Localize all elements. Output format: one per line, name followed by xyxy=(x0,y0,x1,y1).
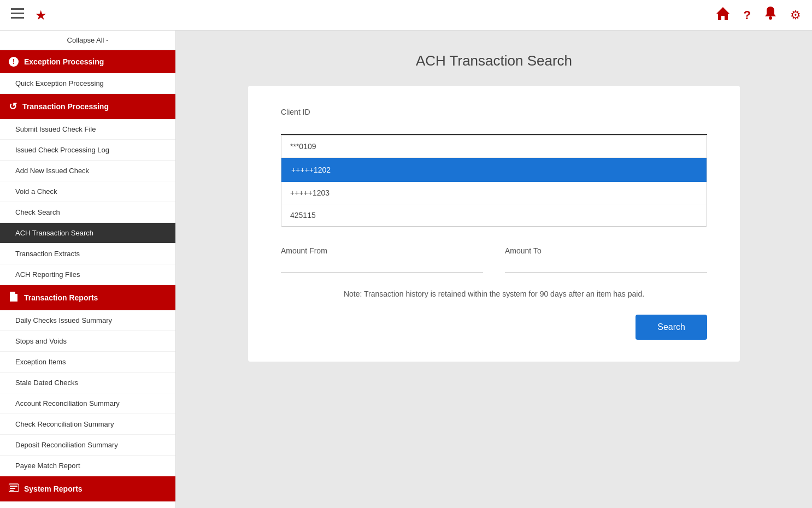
svg-rect-1 xyxy=(11,13,24,14)
sidebar-item-deposit-recon[interactable]: Deposit Reconciliation Summary xyxy=(0,435,175,456)
sidebar-item-transaction-extracts[interactable]: Transaction Extracts xyxy=(0,244,175,264)
sidebar-item-stale-dated[interactable]: Stale Dated Checks xyxy=(0,373,175,393)
dropdown-option-2[interactable]: +++++1203 xyxy=(281,182,707,204)
transaction-processing-icon: ↺ xyxy=(9,101,17,113)
sidebar-item-payee-match[interactable]: Payee Match Report xyxy=(0,456,175,476)
sidebar-item-exception-items[interactable]: Exception Items xyxy=(0,352,175,373)
bell-icon[interactable] xyxy=(764,7,777,24)
note-text: Note: Transaction history is retained wi… xyxy=(281,290,707,298)
sidebar: Collapse All - ! Exception Processing Qu… xyxy=(0,31,176,508)
sidebar-item-add-new[interactable]: Add New Issued Check xyxy=(0,161,175,181)
gear-icon[interactable]: ⚙ xyxy=(790,8,801,22)
sidebar-section-system-reports[interactable]: System Reports xyxy=(0,476,175,501)
sidebar-item-check-recon[interactable]: Check Reconciliation Summary xyxy=(0,414,175,435)
amount-to-field: Amount To xyxy=(505,246,707,273)
transaction-reports-label: Transaction Reports xyxy=(24,293,98,302)
sidebar-item-stops-voids[interactable]: Stops and Voids xyxy=(0,331,175,352)
main-content: ACH Transaction Search Client ID ***0109… xyxy=(176,31,812,508)
client-id-label: Client ID xyxy=(281,108,707,116)
amount-row: Amount From Amount To xyxy=(281,246,707,273)
dropdown-option-0[interactable]: ***0109 xyxy=(281,135,707,158)
search-button[interactable]: Search xyxy=(636,315,707,340)
svg-rect-0 xyxy=(11,8,24,10)
client-id-input[interactable] xyxy=(281,120,707,135)
amount-to-input[interactable] xyxy=(505,258,707,273)
sidebar-item-issued-log[interactable]: Issued Check Processing Log xyxy=(0,140,175,161)
svg-rect-9 xyxy=(10,486,17,487)
collapse-all[interactable]: Collapse All - xyxy=(0,31,175,50)
svg-rect-5 xyxy=(11,296,15,297)
sidebar-item-daily-checks[interactable]: Daily Checks Issued Summary xyxy=(0,310,175,331)
svg-rect-11 xyxy=(10,490,14,491)
sidebar-item-ach-reporting[interactable]: ACH Reporting Files xyxy=(0,264,175,285)
exception-icon: ! xyxy=(9,57,19,67)
svg-rect-2 xyxy=(11,17,24,19)
transaction-reports-icon xyxy=(9,292,19,304)
amount-from-label: Amount From xyxy=(281,246,483,255)
dropdown-container: ***0109 +++++1202 +++++1203 425115 xyxy=(281,135,707,227)
svg-rect-10 xyxy=(10,488,15,489)
form-card: Client ID ***0109 +++++1202 +++++1203 42… xyxy=(248,86,740,362)
sidebar-item-ach-auth[interactable]: ACH Authorization Rules xyxy=(0,501,175,508)
page-title: ACH Transaction Search xyxy=(209,52,779,69)
svg-rect-7 xyxy=(11,299,14,300)
sidebar-section-transaction-reports[interactable]: Transaction Reports xyxy=(0,285,175,310)
svg-rect-6 xyxy=(11,297,15,298)
sidebar-item-ach-search[interactable]: ACH Transaction Search xyxy=(0,223,175,244)
transaction-processing-label: Transaction Processing xyxy=(22,102,109,111)
svg-point-4 xyxy=(769,16,772,20)
sidebar-section-exception-processing[interactable]: ! Exception Processing xyxy=(0,50,175,73)
amount-to-label: Amount To xyxy=(505,246,707,255)
menu-icon[interactable] xyxy=(11,8,24,22)
top-nav-right: ? ⚙ xyxy=(715,6,801,24)
top-nav-left: ★ xyxy=(11,8,47,23)
amount-from-field: Amount From xyxy=(281,246,483,273)
home-icon[interactable] xyxy=(715,6,731,24)
exception-processing-label: Exception Processing xyxy=(24,57,104,66)
dropdown-list: ***0109 +++++1202 +++++1203 425115 xyxy=(281,135,707,227)
amount-from-input[interactable] xyxy=(281,258,483,273)
layout: Collapse All - ! Exception Processing Qu… xyxy=(0,31,812,508)
search-btn-row: Search xyxy=(281,315,707,340)
client-id-field: Client ID xyxy=(281,108,707,135)
system-reports-icon xyxy=(9,483,19,495)
sidebar-item-void-check[interactable]: Void a Check xyxy=(0,181,175,202)
favorites-icon[interactable]: ★ xyxy=(35,8,47,23)
help-icon[interactable]: ? xyxy=(744,8,751,22)
sidebar-item-submit-issued[interactable]: Submit Issued Check File xyxy=(0,119,175,140)
top-nav: ★ ? ⚙ xyxy=(0,0,812,31)
dropdown-option-1[interactable]: +++++1202 xyxy=(281,158,707,182)
sidebar-section-transaction-processing[interactable]: ↺ Transaction Processing xyxy=(0,94,175,119)
sidebar-item-account-recon[interactable]: Account Reconciliation Summary xyxy=(0,393,175,414)
sidebar-item-quick-exception[interactable]: Quick Exception Processing xyxy=(0,73,175,94)
system-reports-label: System Reports xyxy=(24,485,83,493)
sidebar-item-check-search[interactable]: Check Search xyxy=(0,202,175,223)
dropdown-option-3[interactable]: 425115 xyxy=(281,204,707,226)
svg-marker-3 xyxy=(716,7,729,20)
